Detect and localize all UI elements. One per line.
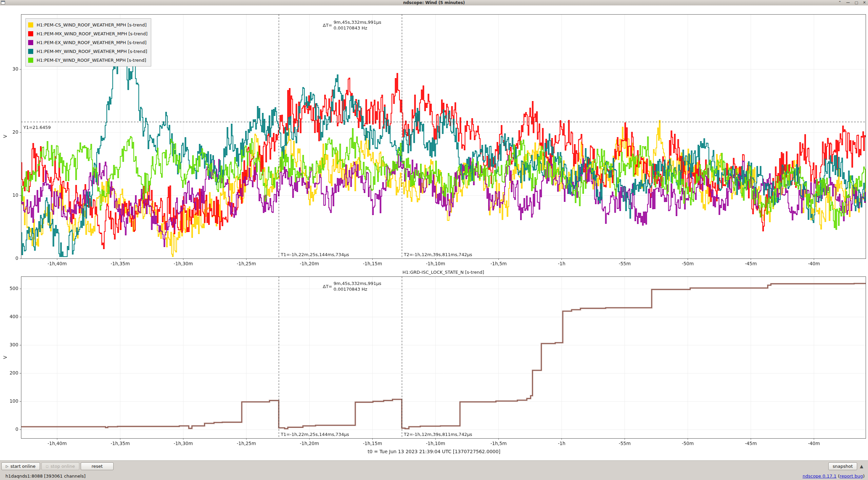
plot-area: H1:PEM-CS_WIND_ROOF_WEATHER_MPH [s-trend… bbox=[0, 5, 868, 460]
t0-timestamp-label: t0 = Tue Jun 13 2023 21:39:04 UTC [13707… bbox=[0, 449, 868, 454]
legend-channel-label: H1:PEM-MX_WIND_ROOF_WEATHER_MPH [s-trend… bbox=[37, 31, 147, 36]
play-icon: ▷ bbox=[6, 465, 8, 468]
legend-item[interactable]: H1:PEM-MY_WIND_ROOF_WEATHER_MPH [s-trend… bbox=[28, 47, 147, 56]
legend-channel-label: H1:PEM-EY_WIND_ROOF_WEATHER_MPH [s-trend… bbox=[37, 58, 146, 63]
delta-t-symbol: ΔT= bbox=[323, 284, 332, 289]
app-window-icon bbox=[1, 1, 5, 4]
legend-channel-label: H1:PEM-CS_WIND_ROOF_WEATHER_MPH [s-trend… bbox=[37, 22, 146, 27]
legend[interactable]: H1:PEM-CS_WIND_ROOF_WEATHER_MPH [s-trend… bbox=[25, 18, 151, 66]
legend-item[interactable]: H1:PEM-CS_WIND_ROOF_WEATHER_MPH [s-trend… bbox=[28, 20, 147, 29]
legend-color-swatch bbox=[28, 49, 33, 54]
reset-button[interactable]: reset bbox=[81, 462, 114, 470]
legend-channel-label: H1:PEM-MY_WIND_ROOF_WEATHER_MPH [s-trend… bbox=[37, 49, 147, 54]
y1-cursor-label[interactable]: Y1=21.6459 bbox=[23, 125, 52, 130]
t1-cursor-label-top[interactable]: T1=-1h,22m,25s,144ms,734µs bbox=[280, 252, 350, 257]
bottom-plot-title: H1:GRD-ISC_LOCK_STATE_N [s-trend] bbox=[21, 270, 866, 275]
shade-icon[interactable]: ⌃ bbox=[838, 0, 841, 5]
t1-cursor-label-bottom[interactable]: T1=-1h,22m,25s,144ms,734µs bbox=[280, 432, 350, 437]
start-online-label: start online bbox=[11, 464, 36, 469]
paren: ) bbox=[863, 474, 865, 479]
snapshot-button[interactable]: snapshot bbox=[828, 462, 857, 470]
legend-item[interactable]: H1:PEM-EY_WIND_ROOF_WEATHER_MPH [s-trend… bbox=[28, 56, 147, 64]
report-bug-link[interactable]: report bug bbox=[840, 474, 863, 479]
titlebar[interactable]: ndscope: Wind (5 minutes) ⌃ — ▢ ✕ bbox=[0, 0, 868, 6]
legend-item[interactable]: H1:PEM-EX_WIND_ROOF_WEATHER_MPH [s-trend… bbox=[28, 38, 147, 47]
maximize-icon[interactable]: ▢ bbox=[854, 0, 858, 5]
toolbar: ▷ start online ◻ stop online reset snaps… bbox=[0, 460, 868, 472]
stop-online-button[interactable]: ◻ stop online bbox=[41, 462, 79, 470]
version-link[interactable]: ndscope 0.17.1 bbox=[803, 474, 836, 479]
t2-cursor-label-top[interactable]: T2=-1h,12m,39s,811ms,742µs bbox=[403, 252, 473, 257]
ndscope-window: ndscope: Wind (5 minutes) ⌃ — ▢ ✕ H1:PEM… bbox=[0, 0, 868, 480]
legend-color-swatch bbox=[28, 22, 33, 27]
statusbar: h1daqnds1:8088 [393061 channels] ndscope… bbox=[0, 472, 868, 480]
expand-triangle-icon[interactable]: ▲ bbox=[860, 464, 863, 469]
start-online-button[interactable]: ▷ start online bbox=[1, 462, 40, 470]
delta-t-frequency: 0.00170843 Hz bbox=[334, 286, 381, 292]
lock-state-chart-canvas[interactable] bbox=[0, 268, 868, 460]
legend-color-swatch bbox=[28, 31, 33, 36]
window-title: ndscope: Wind (5 minutes) bbox=[0, 0, 868, 5]
legend-channel-label: H1:PEM-EX_WIND_ROOF_WEATHER_MPH [s-trend… bbox=[37, 40, 146, 45]
stop-icon: ◻ bbox=[46, 465, 48, 468]
delta-t-annotation-top: ΔT= 9m,45s,332ms,991µs 0.00170843 Hz bbox=[323, 19, 381, 31]
delta-t-symbol: ΔT= bbox=[323, 23, 332, 28]
minimize-icon[interactable]: — bbox=[846, 0, 850, 5]
legend-color-swatch bbox=[28, 58, 33, 63]
nds-server-status: h1daqnds1:8088 [393061 channels] bbox=[5, 474, 85, 479]
delta-t-frequency: 0.00170843 Hz bbox=[334, 25, 381, 31]
paren: ( bbox=[836, 474, 840, 479]
delta-t-time: 9m,45s,332ms,991µs bbox=[334, 19, 381, 25]
close-icon[interactable]: ✕ bbox=[863, 0, 866, 5]
legend-item[interactable]: H1:PEM-MX_WIND_ROOF_WEATHER_MPH [s-trend… bbox=[28, 29, 147, 38]
legend-color-swatch bbox=[28, 40, 33, 45]
delta-t-annotation-bottom: ΔT= 9m,45s,332ms,991µs 0.00170843 Hz bbox=[323, 281, 381, 292]
stop-online-label: stop online bbox=[51, 464, 75, 469]
t2-cursor-label-bottom[interactable]: T2=-1h,12m,39s,811ms,742µs bbox=[403, 432, 473, 437]
delta-t-time: 9m,45s,332ms,991µs bbox=[334, 281, 381, 286]
